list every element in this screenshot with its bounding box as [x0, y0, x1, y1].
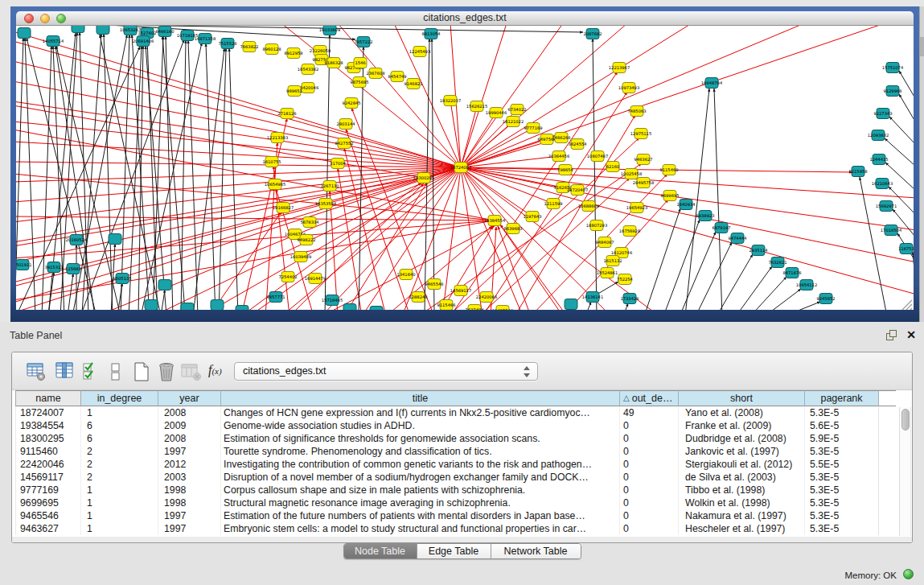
column-header-in-degree[interactable]: in_degree	[81, 390, 158, 406]
new-table-icon[interactable]	[132, 361, 151, 382]
table-row[interactable]: 1830029562008Estimation of significance …	[15, 432, 896, 445]
graph-node[interactable]	[109, 234, 121, 245]
table-row[interactable]: 946554611997Estimation of the future num…	[15, 509, 896, 522]
table-cell: Changes of HCN gene expression and I(f) …	[221, 406, 620, 419]
graph-node-label: 14055714	[43, 39, 64, 43]
table-row[interactable]: 2242004622012Investigating the contribut…	[15, 458, 896, 471]
graph-node-label: 14524861	[597, 270, 618, 275]
table-row[interactable]: 1456911722003Disruption of a novel membe…	[15, 471, 896, 484]
graph-node-label: 1615132	[603, 258, 622, 263]
graph-edge	[16, 167, 461, 182]
graph-node[interactable]	[145, 300, 158, 311]
table-cell: 2008	[158, 406, 221, 419]
table-row[interactable]: 1938455462009Genome-wide association stu…	[15, 419, 896, 432]
graph-node-label: 2803144	[336, 122, 355, 126]
graph-node[interactable]	[370, 307, 383, 311]
delete-column-icon-disabled	[180, 361, 203, 382]
graph-node[interactable]	[97, 26, 109, 35]
graph-node-label: 2367608	[366, 71, 384, 76]
table-cell: 0	[620, 509, 679, 522]
column-header-out-degree[interactable]: △out_de…	[620, 390, 679, 406]
select-rows-icon[interactable]	[81, 361, 101, 382]
graph-node-label: 20364456	[548, 154, 569, 159]
graph-edge	[162, 36, 185, 310]
graph-node[interactable]	[18, 28, 31, 39]
table-cell: 2	[81, 445, 158, 458]
graph-node-label: 9777169	[524, 126, 542, 130]
graph-node-label: 9498222	[297, 237, 315, 242]
table-row[interactable]: 969969511998Structural magnetic resonanc…	[15, 496, 896, 509]
graph-node-label: 12975115	[630, 131, 651, 136]
table-cell: 2009	[158, 419, 221, 432]
table-cell: 1998	[158, 496, 221, 509]
graph-node-label: 16648784	[701, 80, 723, 85]
table-row[interactable]: 977716911998Corpus callosum shape and si…	[15, 484, 896, 496]
column-header-pagerank[interactable]: pagerank	[805, 390, 879, 406]
close-panel-icon[interactable]: ✕	[906, 329, 916, 340]
window-titlebar[interactable]: citations_edges.txt	[16, 11, 914, 26]
graph-node[interactable]	[236, 306, 248, 311]
graph-node-label: 15626215	[466, 104, 487, 109]
graph-node[interactable]	[211, 300, 224, 311]
graph-node-label: 7485063	[627, 109, 646, 113]
graph-node-label: 752254	[617, 277, 634, 282]
graph-node-label: 9129966	[883, 89, 901, 93]
graph-node[interactable]	[565, 299, 577, 310]
graph-node[interactable]	[343, 304, 356, 311]
table-vertical-scrollbar[interactable]	[899, 407, 911, 536]
graph-node[interactable]	[72, 26, 84, 33]
column-header-short[interactable]: short	[679, 390, 805, 406]
table-cell: 2	[81, 458, 158, 471]
graph-node-label: 16914479	[305, 276, 326, 281]
graph-node-label: 10807487	[587, 154, 608, 159]
graph-node-label: 18724007	[450, 165, 471, 170]
memory-status: Memory: OK	[844, 571, 897, 580]
table-row[interactable]: 946362711997Embryonic stem cells: a mode…	[15, 522, 896, 535]
table-cell: 49	[620, 406, 679, 419]
graph-node-label: 7663822	[240, 44, 258, 49]
graph-node-label: 1527602	[138, 31, 156, 35]
table-row[interactable]: 1872400712008Changes of HCN gene express…	[15, 406, 896, 419]
delete-table-icon[interactable]	[157, 361, 176, 382]
function-builder-icon[interactable]: f(x)	[208, 363, 222, 377]
table-cell: 1997	[158, 509, 221, 522]
graph-node-label: 8471676	[782, 270, 801, 275]
scrollbar-thumb[interactable]	[901, 409, 910, 431]
table-row[interactable]: 911546021997Tourette syndrome. Phenomeno…	[15, 445, 896, 458]
tab-edge-table[interactable]: Edge Table	[417, 544, 491, 558]
graph-edge	[899, 71, 914, 98]
canvas-resize-grip[interactable]	[910, 308, 912, 310]
minimize-window-button[interactable]	[40, 14, 50, 23]
graph-node-label: 8938923	[696, 213, 714, 218]
table-cell: 5.3E-5	[805, 471, 879, 484]
column-header-year[interactable]: year	[158, 390, 221, 406]
graph-edge	[461, 167, 914, 295]
table-selector[interactable]: citations_edges.txt	[234, 362, 538, 381]
graph-node-label: 12213967	[609, 65, 630, 70]
column-header-name[interactable]: name	[15, 390, 81, 406]
tab-node-table[interactable]: Node Table	[344, 544, 417, 558]
memory-led-icon[interactable]	[903, 569, 914, 579]
graph-node-label: 1546	[355, 60, 365, 65]
network-view-window[interactable]: citations_edges.txt 14055714106532871527…	[16, 11, 914, 311]
graph-node-label: 7857222	[354, 39, 372, 44]
zoom-window-button[interactable]	[56, 14, 66, 23]
graph-node[interactable]	[181, 303, 194, 311]
close-window-button[interactable]	[24, 14, 34, 23]
float-panel-icon[interactable]	[886, 330, 897, 340]
table-settings-icon[interactable]	[26, 361, 47, 382]
column-header-title[interactable]: title	[221, 390, 620, 406]
graph-node[interactable]	[158, 280, 171, 290]
table-cell: Jankovic et al. (1997)	[679, 445, 805, 458]
table-cell: Estimation of significance thresholds fo…	[221, 432, 620, 445]
table-column-icon[interactable]	[55, 361, 76, 382]
graph-node-label: 22420046	[476, 295, 497, 299]
tab-network-table[interactable]: Network Table	[491, 544, 581, 558]
column-chooser-icon[interactable]	[109, 361, 123, 382]
graph-node-label: 8186328	[324, 60, 343, 65]
graph-node-label: 1733426	[620, 296, 639, 301]
table-cell: Wolkin et al. (1998)	[679, 496, 805, 509]
graph-node-label: 15692971	[876, 204, 897, 208]
graph-node-label: 8639683	[503, 226, 522, 231]
network-canvas[interactable]: 1405571410653287152760264661602069140610…	[16, 26, 914, 310]
